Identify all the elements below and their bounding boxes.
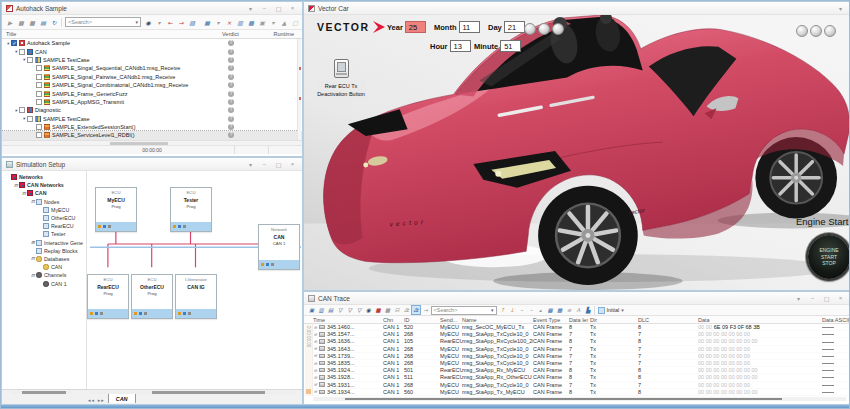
vertical-scrollbar[interactable] [297,39,301,140]
initial-mode-dropdown[interactable]: Initial ▾ [598,307,624,314]
canvas-horizontal-scrollbar[interactable] [90,391,296,394]
col-data-length[interactable]: Data length [563,317,588,323]
rear-ecu-deactivation-control[interactable]: Rear ECU Tx Deactivation Button [312,59,370,100]
row-checkbox[interactable]: ✓ [27,57,33,63]
time-absolute-icon[interactable]: Δt [402,306,410,314]
row-checkbox[interactable]: ✓ [11,40,17,46]
pencil-icon[interactable] [90,312,93,315]
network-tree-row[interactable]: Networks [2,173,86,181]
find-icon[interactable]: ◉ [143,18,152,27]
rows-icon[interactable]: ≡ [565,306,573,314]
search-dropdown-icon[interactable]: ▾ [491,307,494,313]
goto-icon[interactable]: → [421,306,429,314]
column-runtime[interactable]: Runtime [274,31,294,37]
sphere-button-1[interactable] [524,23,536,35]
tree-horizontal-scrollbar[interactable] [10,391,72,394]
new-test-icon[interactable]: ▦ [202,18,211,27]
test-tree-row[interactable]: ✓ SAMPLE_Signal_Combinatorial_CANdb1:msg… [2,81,302,89]
new-test-dropdown-icon[interactable]: ▾ [213,18,222,27]
row-checkbox[interactable]: ✓ [27,116,33,122]
test-tree-row[interactable]: ▾ ✓ SAMPLE TestCase ? [2,56,302,64]
find-icon[interactable]: ◉ [364,306,372,314]
edit-dropdown-icon[interactable]: ▾ [268,18,277,27]
column-title[interactable]: Title [6,31,16,37]
settings-icon[interactable]: ▩ [246,18,255,27]
dash2-icon[interactable]: – [527,306,535,314]
stop-icon[interactable]: ■ [27,18,36,27]
col-id[interactable]: ID [404,317,440,323]
hour-input[interactable]: 13 [450,40,471,52]
row-expander-icon[interactable]: ⊞ [313,375,318,380]
network-node-box[interactable]: ECU RearECU Prog [87,274,129,319]
pencil-icon[interactable] [261,263,264,266]
test-tree-row[interactable]: ✓ SAMPLE_Frame_GenericFuzz ? [2,89,302,97]
split-view-icon[interactable]: ▥ [317,306,325,314]
search-dropdown-icon[interactable]: ▾ [135,19,138,25]
test-tree-row[interactable]: ▾ ✓ Autohack Sample ? [2,39,302,47]
sphere-button-6[interactable] [824,25,836,37]
network-tree-row[interactable]: MyECU [2,206,86,214]
test-tree-row[interactable]: ✓ SAMPLE_Singal_Sequential_CANdb1:msg_Re… [2,64,302,72]
row-expander-icon[interactable]: ⊞ [313,382,318,387]
close-icon[interactable]: × [287,161,298,167]
row-checkbox[interactable]: ✓ [36,132,42,138]
maximize-icon[interactable]: □ [821,295,832,302]
pin-chevron-icon[interactable]: ▾ [835,5,846,12]
pencil-icon[interactable] [173,225,176,228]
fixed-view-icon[interactable]: ▣ [307,306,315,314]
pin-chevron-icon[interactable]: ▾ [793,295,804,302]
col-dlc[interactable]: DLC [636,317,698,323]
detail-view-icon[interactable]: ▤ [326,306,334,314]
network-tree-row[interactable]: ⊟ CAN [2,189,86,197]
test-tree-row[interactable]: ✓ SAMPLE_ServicesLevel1_RDBI() ? [2,131,302,139]
network-tree-row[interactable]: CAN 1 [2,279,86,287]
minute-input[interactable]: 51 [500,40,521,52]
logging-up-icon[interactable]: ↑ [498,306,506,314]
row-expander-icon[interactable]: ⊞ [313,353,318,358]
trace-row[interactable]: ⊞ 345.1931... CAN 1 268 MyECU msg_StaApp… [313,382,850,389]
minimize-icon[interactable]: – [807,295,818,301]
network-tree-row[interactable]: Replay Blocks [2,247,86,255]
network-tree-row[interactable]: Tester [2,230,86,238]
col-dir[interactable]: Dir [588,317,636,323]
runtime-icon[interactable] [103,225,106,228]
col-data[interactable]: Data [698,317,822,323]
node-user-icon[interactable] [271,263,274,266]
export-icon[interactable]: ▲ [279,18,288,27]
year-input[interactable]: 25 [405,21,426,33]
test-tree-row[interactable]: ▾ ✓ Diagnostic ? [2,106,302,114]
dash1-icon[interactable]: – [517,306,525,314]
node-user-icon[interactable] [108,225,111,228]
col-name[interactable]: Name [462,317,533,323]
trace-row[interactable]: ⊞ 345.1636... CAN 1 105 RearECU msg_StaA… [313,338,850,345]
row-checkbox[interactable]: ✓ [36,91,42,97]
network-tree-row[interactable]: RearECU [2,222,86,230]
node-user-icon[interactable] [188,312,191,315]
node-user-icon[interactable] [100,312,103,315]
columns-icon[interactable]: ▦ [546,306,554,314]
reload-testunit-icon[interactable]: ↻ [49,18,58,27]
network-tree-row[interactable]: ⊟ Databases [2,255,86,263]
row-checkbox[interactable]: ✓ [19,49,25,55]
test-tree-row[interactable]: ▾ ✓ CAN ? [2,47,302,55]
network-node-box[interactable]: I-Generator CAN IG [175,274,217,319]
minimize-icon[interactable]: – [259,5,270,11]
network-tree-row[interactable]: ⊟ Channels [2,271,86,279]
node-user-icon[interactable] [183,225,186,228]
trace-row[interactable]: ⊞ 345.1460... CAN 1 520 MyECU msg_SecOC_… [313,324,850,331]
maximize-icon[interactable]: □ [273,5,284,12]
pin-chevron-icon[interactable]: ▾ [245,161,256,168]
network-tree-row[interactable]: ⊞ Interactive Gene [2,239,86,247]
row-expander-icon[interactable]: ⊞ [313,339,318,344]
trace-row[interactable]: ⊞ 345.1643... CAN 1 268 MyECU msg_StaApp… [313,346,850,353]
row-checkbox[interactable]: ✓ [19,107,25,113]
trace-row[interactable]: ⊞ 345.1924... CAN 1 501 RearECU msg_StaA… [313,367,850,374]
prev-result-icon[interactable]: ← [165,18,174,27]
style-icon[interactable]: ▩ [555,306,563,314]
row-expander-icon[interactable]: ⊞ [313,389,318,394]
network-tree-row[interactable]: OtherECU [2,214,86,222]
filter-column-icon[interactable]: ▽ [336,306,344,314]
pencil-icon[interactable] [134,312,137,315]
row-checkbox[interactable]: ✓ [36,74,42,80]
next-result-icon[interactable]: → [176,18,185,27]
